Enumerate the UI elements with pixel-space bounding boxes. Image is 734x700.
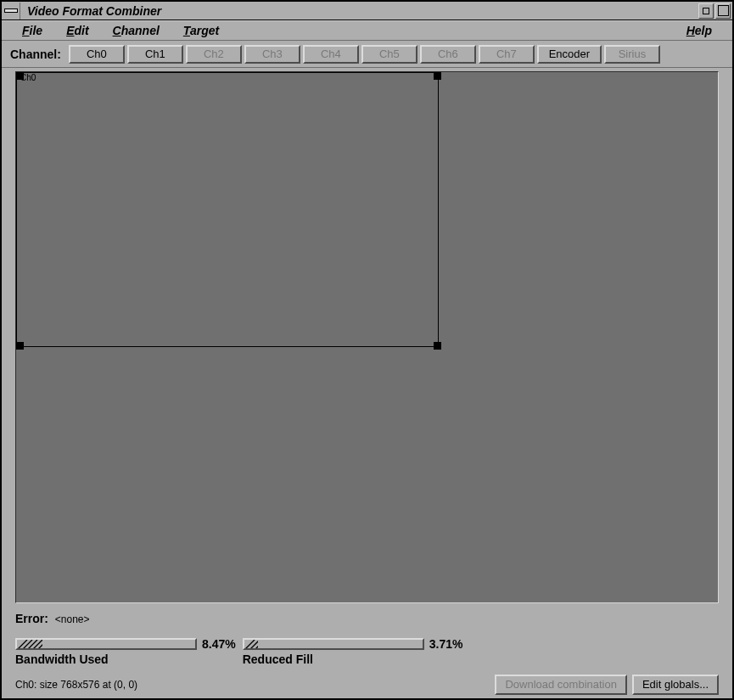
titlebar-controls: [698, 3, 732, 19]
edit-globals-button[interactable]: Edit globals...: [632, 675, 719, 695]
info-panel: Error: <none> 8.47%: [2, 605, 732, 698]
encoder-button[interactable]: Encoder: [537, 45, 602, 64]
canvas-container: Ch0: [2, 68, 732, 605]
fill-meter: [243, 638, 424, 650]
app-window: Video Format Combiner File Edit Channel …: [0, 0, 734, 700]
resize-handle-tr[interactable]: [434, 72, 441, 80]
error-row: Error: <none>: [15, 612, 719, 625]
channel-toolbar: Channel: Ch0 Ch1 Ch2 Ch3 Ch4 Ch5 Ch6 Ch7…: [2, 41, 732, 68]
menu-channel[interactable]: Channel: [101, 22, 171, 39]
resize-handle-tl[interactable]: [16, 72, 24, 80]
fill-meter-group: 3.71% Reduced Fill: [243, 637, 463, 666]
bandwidth-caption: Bandwidth Used: [15, 652, 236, 666]
fill-caption: Reduced Fill: [243, 652, 463, 666]
layout-canvas[interactable]: Ch0: [15, 71, 719, 603]
maximize-button[interactable]: [715, 3, 731, 19]
sirius-button[interactable]: Sirius: [604, 45, 660, 64]
bandwidth-percent: 8.47%: [202, 637, 236, 651]
status-text: Ch0: size 768x576 at (0, 0): [15, 679, 495, 691]
menu-edit[interactable]: Edit: [54, 22, 100, 39]
ch6-button[interactable]: Ch6: [420, 45, 476, 64]
window-title: Video Format Combiner: [20, 4, 698, 18]
system-menu-icon[interactable]: [2, 3, 20, 20]
ch7-button[interactable]: Ch7: [479, 45, 535, 64]
ch5-button[interactable]: Ch5: [361, 45, 417, 64]
error-value: <none>: [55, 613, 90, 625]
ch4-button[interactable]: Ch4: [303, 45, 359, 64]
fill-percent: 3.71%: [429, 637, 463, 651]
bandwidth-meter: [15, 638, 197, 650]
ch0-button[interactable]: Ch0: [69, 45, 125, 64]
bottom-buttons: Download combination Edit globals...: [495, 675, 719, 695]
resize-handle-bl[interactable]: [16, 342, 24, 350]
channel-label: Channel:: [10, 48, 61, 61]
ch3-button[interactable]: Ch3: [244, 45, 300, 64]
menu-target[interactable]: Target: [171, 22, 231, 39]
menu-file[interactable]: File: [10, 22, 54, 39]
meters-row: 8.47% Bandwidth Used 3.71%: [15, 637, 719, 666]
menubar: File Edit Channel Target Help: [2, 20, 732, 41]
titlebar: Video Format Combiner: [2, 2, 732, 20]
resize-handle-br[interactable]: [434, 342, 441, 350]
menu-help[interactable]: Help: [675, 22, 724, 39]
ch1-button[interactable]: Ch1: [127, 45, 183, 64]
ch2-button[interactable]: Ch2: [186, 45, 242, 64]
status-bar: Ch0: size 768x576 at (0, 0) Download com…: [15, 675, 719, 695]
bandwidth-meter-group: 8.47% Bandwidth Used: [15, 637, 236, 666]
download-combination-button[interactable]: Download combination: [495, 675, 627, 695]
minimize-button[interactable]: [698, 3, 714, 19]
channel-rect-ch0[interactable]: Ch0: [16, 72, 439, 347]
error-label: Error:: [15, 612, 48, 625]
